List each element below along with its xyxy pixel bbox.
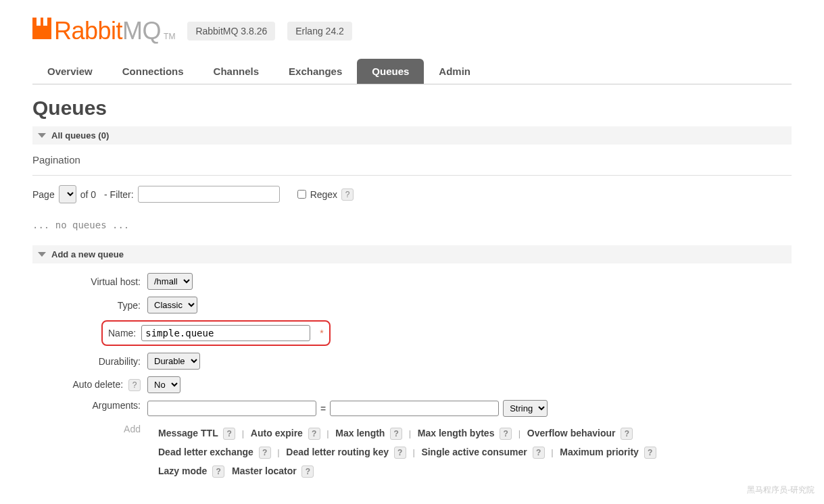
help-regex[interactable]: ? bbox=[341, 188, 354, 201]
equals-sign: = bbox=[320, 403, 326, 414]
page-word: Page bbox=[32, 189, 55, 200]
arguments-label: Arguments: bbox=[32, 400, 147, 411]
separator: | bbox=[412, 447, 414, 457]
type-label: Type: bbox=[32, 300, 147, 311]
logo-text-mq: MQ bbox=[122, 17, 161, 45]
help-icon[interactable]: ? bbox=[301, 465, 314, 478]
hint-dlrk[interactable]: Dead letter routing key ? bbox=[286, 447, 406, 457]
pagination-heading: Pagination bbox=[32, 151, 792, 176]
badge-version: RabbitMQ 3.8.26 bbox=[187, 22, 275, 41]
hint-single-active[interactable]: Single active consumer ? bbox=[421, 447, 544, 457]
pagination-row: Page of 0 - Filter: Regex ? bbox=[32, 185, 792, 203]
rabbitmq-icon bbox=[32, 18, 51, 39]
help-icon[interactable]: ? bbox=[394, 447, 406, 459]
row-autodelete: Auto delete: ? No bbox=[32, 376, 792, 393]
all-queues-label: All queues (0) bbox=[51, 130, 109, 141]
vhost-select[interactable]: /hmall bbox=[147, 273, 193, 290]
section-add-queue[interactable]: Add a new queue bbox=[32, 245, 792, 263]
hint-auto-expire[interactable]: Auto expire ? bbox=[251, 428, 320, 438]
hint-overflow[interactable]: Overflow behaviour ? bbox=[527, 428, 633, 438]
app-header: Rabbit MQ TM RabbitMQ 3.8.26 Erlang 24.2 bbox=[32, 17, 792, 45]
name-input[interactable] bbox=[141, 325, 310, 341]
hint-max-priority[interactable]: Maximum priority ? bbox=[560, 447, 656, 457]
tab-exchanges[interactable]: Exchanges bbox=[274, 59, 357, 84]
durability-select[interactable]: Durable bbox=[147, 353, 200, 370]
help-icon[interactable]: ? bbox=[500, 428, 512, 440]
chevron-down-icon bbox=[38, 133, 46, 138]
row-type: Type: Classic bbox=[32, 297, 792, 313]
regex-checkbox[interactable] bbox=[297, 190, 306, 199]
row-durability: Durability: Durable bbox=[32, 353, 792, 370]
page-title: Queues bbox=[32, 97, 792, 120]
regex-label: Regex bbox=[310, 189, 337, 200]
separator: | bbox=[518, 428, 520, 438]
type-select[interactable]: Classic bbox=[147, 297, 197, 313]
add-word: Add bbox=[32, 424, 147, 434]
badge-erlang: Erlang 24.2 bbox=[287, 22, 352, 41]
help-icon[interactable]: ? bbox=[223, 428, 235, 440]
tab-connections[interactable]: Connections bbox=[107, 59, 199, 84]
name-label: Name: bbox=[108, 328, 136, 338]
separator: | bbox=[409, 428, 411, 438]
logo[interactable]: Rabbit MQ TM bbox=[32, 17, 175, 45]
separator: | bbox=[277, 447, 279, 457]
row-name: Name: * bbox=[32, 320, 792, 346]
durability-label: Durability: bbox=[32, 356, 147, 367]
hint-dlx[interactable]: Dead letter exchange ? bbox=[158, 447, 271, 457]
tab-admin[interactable]: Admin bbox=[424, 59, 485, 84]
logo-text-rabbit: Rabbit bbox=[54, 17, 122, 45]
row-vhost: Virtual host: /hmall bbox=[32, 273, 792, 290]
hint-max-length-bytes[interactable]: Max length bytes ? bbox=[418, 428, 512, 438]
argument-type-select[interactable]: String bbox=[503, 400, 548, 417]
help-icon[interactable]: ? bbox=[259, 447, 271, 459]
page-of-total: of 0 bbox=[80, 189, 96, 200]
argument-key-input[interactable] bbox=[147, 401, 316, 416]
help-icon[interactable]: ? bbox=[390, 428, 402, 440]
required-star: * bbox=[320, 328, 323, 338]
hint-list: Message TTL ? | Auto expire ? | Max leng… bbox=[158, 424, 656, 480]
autodelete-select[interactable]: No bbox=[147, 376, 180, 393]
argument-value-input[interactable] bbox=[330, 401, 499, 416]
separator: | bbox=[326, 428, 329, 438]
filter-label: - Filter: bbox=[104, 189, 134, 200]
help-icon[interactable]: ? bbox=[308, 428, 320, 440]
watermark: 黑马程序员-研究院 bbox=[747, 484, 815, 496]
help-icon[interactable]: ? bbox=[533, 447, 545, 459]
vhost-label: Virtual host: bbox=[32, 276, 147, 287]
arguments-inputs: = String bbox=[147, 400, 548, 417]
logo-tm: TM bbox=[164, 32, 175, 41]
hint-max-length[interactable]: Max length ? bbox=[335, 428, 402, 438]
hint-msg-ttl[interactable]: Message TTL ? bbox=[158, 428, 235, 438]
chevron-down-icon bbox=[38, 252, 46, 257]
hint-master-locator[interactable]: Master locator ? bbox=[232, 465, 314, 476]
help-autodelete[interactable]: ? bbox=[128, 379, 141, 391]
hint-lazy-mode[interactable]: Lazy mode ? bbox=[158, 465, 224, 476]
add-queue-form: Virtual host: /hmall Type: Classic Name:… bbox=[32, 273, 792, 480]
section-all-queues[interactable]: All queues (0) bbox=[32, 126, 792, 145]
tab-overview[interactable]: Overview bbox=[32, 59, 107, 84]
separator: | bbox=[242, 428, 244, 438]
tab-channels[interactable]: Channels bbox=[199, 59, 274, 84]
add-new-label: Add a new queue bbox=[51, 249, 124, 259]
help-icon[interactable]: ? bbox=[644, 447, 656, 459]
row-hints: Add Message TTL ? | Auto expire ? | Max … bbox=[32, 424, 792, 480]
row-arguments: Arguments: = String bbox=[32, 400, 792, 417]
tab-queues[interactable]: Queues bbox=[357, 59, 424, 84]
help-icon[interactable]: ? bbox=[621, 428, 633, 440]
separator: | bbox=[551, 447, 553, 457]
name-highlight: Name: * bbox=[101, 320, 331, 346]
autodelete-label: Auto delete: ? bbox=[32, 379, 147, 391]
nav-tabs: Overview Connections Channels Exchanges … bbox=[32, 59, 792, 84]
help-icon[interactable]: ? bbox=[212, 465, 224, 478]
page-select[interactable] bbox=[59, 185, 76, 203]
no-queues-text: ... no queues ... bbox=[32, 220, 792, 230]
filter-input[interactable] bbox=[138, 186, 280, 203]
